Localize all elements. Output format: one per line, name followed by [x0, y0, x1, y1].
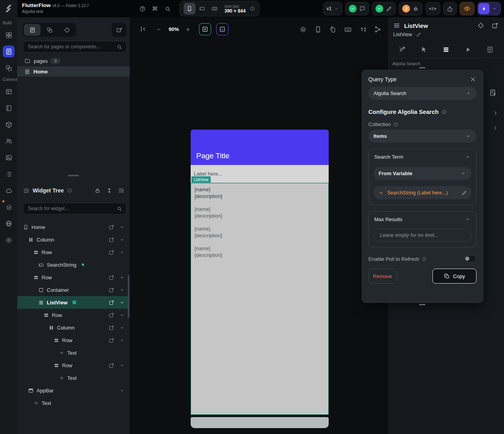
- query-type-dropdown[interactable]: Algolia Search: [368, 87, 476, 100]
- max-results-input[interactable]: [379, 232, 466, 238]
- node-collapse-caret[interactable]: [119, 237, 125, 243]
- canvas-mode-button[interactable]: [199, 23, 211, 35]
- expand-all-icon[interactable]: [106, 187, 112, 194]
- run-options-caret[interactable]: [492, 6, 497, 11]
- add-child-widget-button[interactable]: [109, 300, 114, 306]
- mock-textfield[interactable]: Label here...: [191, 165, 329, 183]
- add-query-icon[interactable]: [489, 89, 497, 97]
- tree-node-searchstring[interactable]: SearchString: [17, 258, 130, 271]
- node-collapse-caret[interactable]: [119, 300, 125, 306]
- help-button[interactable]: [138, 4, 147, 13]
- close-icon[interactable]: [469, 76, 476, 83]
- components-tab[interactable]: [41, 24, 58, 36]
- node-collapse-caret[interactable]: [119, 337, 125, 343]
- widget-search-input[interactable]: [27, 205, 116, 212]
- rotate-device-icon[interactable]: [329, 26, 337, 33]
- tab-animations[interactable]: [461, 43, 475, 57]
- add-child-widget-button[interactable]: [109, 275, 114, 280]
- global-search-button[interactable]: [163, 4, 172, 13]
- zoom-out-button[interactable]: [156, 26, 162, 33]
- settings-icon[interactable]: [3, 234, 15, 246]
- variable-value-chip[interactable]: SearchString (Label here...): [373, 186, 471, 199]
- add-child-widget-button[interactable]: [109, 237, 114, 243]
- add-child-widget-button[interactable]: [109, 325, 114, 331]
- panel-splitter-handle[interactable]: [68, 175, 79, 176]
- tree-node-row[interactable]: Row: [17, 334, 130, 346]
- search-term-header[interactable]: Search Term: [373, 154, 471, 160]
- page-item-home[interactable]: Home: [17, 66, 130, 77]
- add-child-widget-button[interactable]: [109, 224, 114, 230]
- tree-node-container[interactable]: Container: [17, 284, 130, 296]
- preview-button[interactable]: [460, 2, 475, 15]
- tree-node-row[interactable]: Row: [17, 359, 130, 372]
- tree-node-column[interactable]: Column: [17, 233, 130, 246]
- users-icon[interactable]: [3, 135, 15, 147]
- database-icon[interactable]: [3, 86, 15, 97]
- pages-tab[interactable]: [24, 24, 40, 36]
- edit-pencil-icon[interactable]: [462, 190, 467, 196]
- remove-button[interactable]: Remove: [368, 269, 397, 284]
- app-checks-icon[interactable]: ★: [3, 201, 15, 213]
- integrations-icon[interactable]: [3, 119, 15, 130]
- info-icon[interactable]: [421, 256, 427, 262]
- add-child-widget-button[interactable]: [109, 287, 114, 293]
- device-phone-button[interactable]: [184, 3, 195, 15]
- tree-node-row[interactable]: Row: [17, 271, 130, 284]
- theme-diamond-icon[interactable]: [477, 22, 484, 29]
- lock-icon[interactable]: [94, 187, 101, 194]
- panel-menu-icon[interactable]: [393, 22, 400, 29]
- check-status-icon[interactable]: [375, 5, 383, 13]
- bug-icon[interactable]: [412, 5, 419, 12]
- add-child-widget-button[interactable]: [109, 363, 114, 368]
- add-child-widget-button[interactable]: [109, 312, 114, 318]
- widget-flow-icon[interactable]: [374, 26, 382, 33]
- node-collapse-caret[interactable]: [119, 388, 125, 394]
- version-dropdown[interactable]: v1: [323, 2, 343, 15]
- copy-button[interactable]: Copy: [432, 269, 476, 284]
- dialog-resize-handle[interactable]: [419, 67, 425, 68]
- tab-properties[interactable]: [395, 43, 409, 57]
- zoom-in-button[interactable]: [185, 26, 191, 33]
- node-collapse-caret[interactable]: [119, 325, 125, 331]
- node-collapse-caret[interactable]: [119, 275, 125, 280]
- command-palette-button[interactable]: ⌘: [150, 4, 160, 13]
- device-desktop-button[interactable]: [209, 3, 221, 15]
- tree-node-row[interactable]: Row: [17, 309, 130, 321]
- tab-actions[interactable]: [417, 43, 431, 57]
- new-folder-button[interactable]: [112, 23, 127, 37]
- custom-code-mode-button[interactable]: [216, 23, 228, 35]
- add-widget-icon[interactable]: [491, 22, 498, 29]
- tree-node-appbar[interactable]: AppBar: [17, 384, 130, 397]
- pages-folder-row[interactable]: pages 0: [17, 56, 130, 66]
- cloud-functions-icon[interactable]: [3, 185, 15, 196]
- node-collapse-caret[interactable]: [119, 224, 125, 230]
- info-icon[interactable]: [441, 109, 447, 115]
- size-info-icon[interactable]: [250, 6, 255, 11]
- add-child-widget-button[interactable]: [109, 249, 114, 255]
- api-docs-icon[interactable]: [3, 102, 15, 114]
- check-status-icon[interactable]: [349, 5, 357, 13]
- collapse-panel-button[interactable]: [139, 25, 147, 33]
- pages-search-input[interactable]: [27, 44, 116, 50]
- quick-edit-icon[interactable]: [386, 5, 392, 12]
- device-tablet-button[interactable]: [196, 3, 208, 15]
- zoom-level[interactable]: 90%: [164, 26, 183, 32]
- view-code-button[interactable]: </>: [425, 2, 440, 15]
- mock-listview[interactable]: [name][description][name][description][n…: [191, 183, 329, 415]
- light-mode-icon[interactable]: [299, 26, 307, 33]
- add-child-widget-button[interactable]: [109, 337, 114, 343]
- share-button[interactable]: [443, 2, 457, 15]
- mock-appbar[interactable]: Page Title: [191, 130, 329, 165]
- tree-node-text[interactable]: Text: [17, 397, 130, 409]
- device-preview-icon[interactable]: [314, 26, 322, 33]
- comments-icon[interactable]: [359, 5, 366, 12]
- info-icon[interactable]: [67, 188, 72, 193]
- flutterflow-logo-icon[interactable]: [4, 3, 14, 13]
- tab-backend-query[interactable]: [439, 43, 453, 57]
- tree-node-listview[interactable]: ListView: [17, 296, 130, 309]
- issues-count-badge[interactable]: 2: [402, 5, 410, 13]
- theme-widgets-tab[interactable]: [59, 24, 75, 36]
- tree-node-row[interactable]: Row: [17, 246, 130, 258]
- tree-node-home[interactable]: Home: [17, 221, 130, 233]
- rename-pencil-icon[interactable]: [416, 32, 421, 37]
